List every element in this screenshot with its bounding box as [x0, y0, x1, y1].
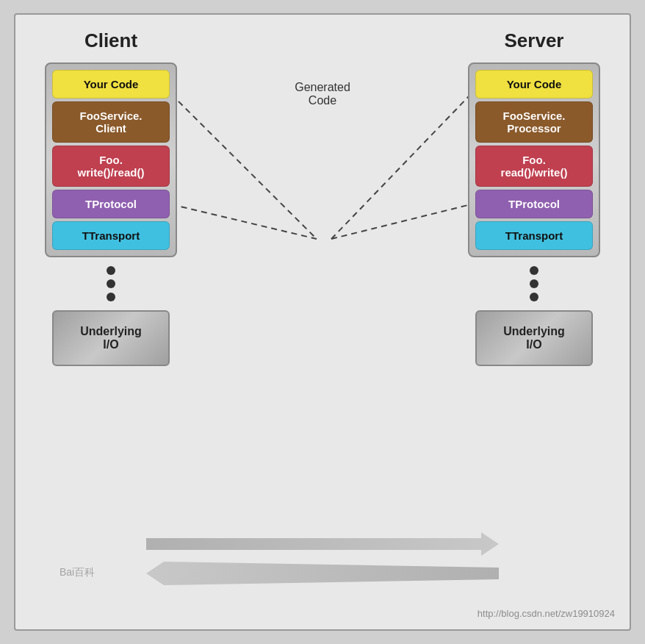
server-tprotocol: TProtocol — [475, 190, 593, 218]
server-underlying-io: UnderlyingI/O — [475, 310, 593, 366]
client-ttransport: TTransport — [52, 221, 170, 250]
server-dot-1 — [530, 266, 538, 275]
dot-1 — [107, 266, 115, 275]
client-foo-write-read: Foo.write()/read() — [52, 146, 170, 187]
server-dot-2 — [530, 279, 538, 288]
arrows-area — [37, 532, 608, 585]
server-your-code: Your Code — [475, 70, 593, 99]
server-stack: Your Code FooService.Processor Foo.read(… — [468, 62, 600, 257]
svg-line-1 — [171, 204, 317, 239]
baidu-watermark: Bai百科 — [60, 566, 95, 579]
arrow-right — [146, 532, 499, 556]
diagram-container: Client Your Code FooService.Client Foo.w… — [14, 13, 631, 631]
middle-area: GeneratedCode — [184, 29, 461, 107]
client-dots — [107, 266, 115, 301]
dot-2 — [107, 279, 115, 288]
arrow-left — [146, 562, 499, 585]
svg-line-0 — [171, 94, 317, 239]
dot-3 — [107, 293, 115, 301]
client-title: Client — [84, 29, 137, 52]
server-dot-3 — [530, 293, 538, 301]
client-fooservice-client: FooService.Client — [52, 101, 170, 143]
server-fooservice-processor: FooService.Processor — [475, 101, 593, 143]
server-foo-read-write: Foo.read()/write() — [475, 146, 593, 187]
client-your-code: Your Code — [52, 70, 170, 99]
svg-line-2 — [331, 94, 471, 239]
client-stack: Your Code FooService.Client Foo.write()/… — [45, 62, 177, 257]
client-tprotocol: TProtocol — [52, 190, 170, 218]
client-column: Client Your Code FooService.Client Foo.w… — [37, 29, 184, 366]
server-title: Server — [505, 29, 564, 52]
server-dots — [530, 266, 538, 301]
svg-line-3 — [331, 204, 471, 239]
generated-code-label: GeneratedCode — [295, 81, 350, 107]
server-column: Server Your Code FooService.Processor Fo… — [461, 29, 608, 366]
server-ttransport: TTransport — [475, 221, 593, 250]
url-watermark: http://blog.csdn.net/zw19910924 — [478, 608, 615, 619]
client-underlying-io: UnderlyingI/O — [52, 310, 170, 366]
